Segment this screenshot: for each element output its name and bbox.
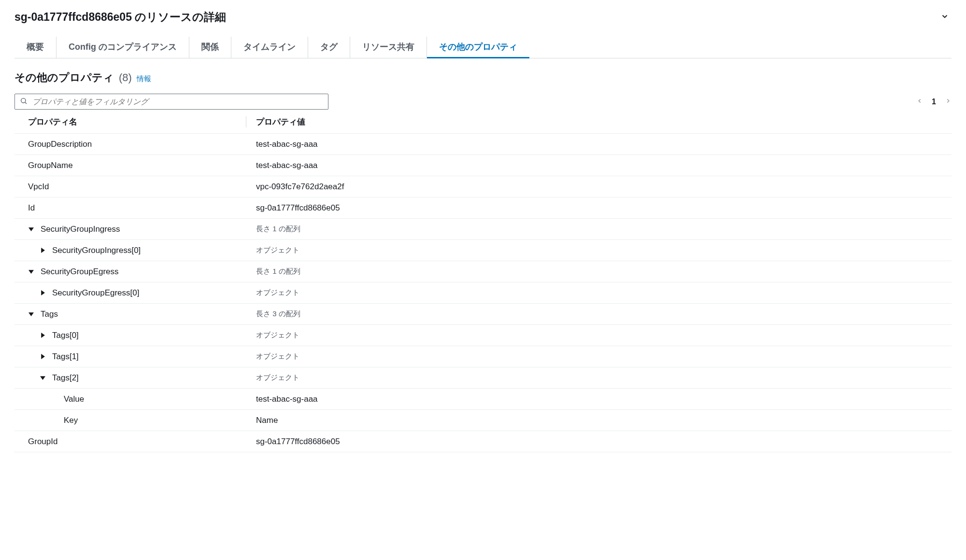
svg-marker-4 (28, 270, 34, 274)
table-row: SecurityGroupEgress[0]オブジェクト (14, 282, 952, 304)
property-name-cell: GroupId (14, 437, 246, 447)
property-name: GroupId (28, 437, 57, 447)
tab-2[interactable]: 関係 (189, 37, 231, 58)
next-page-button[interactable] (945, 98, 952, 106)
table-row: VpcIdvpc-093fc7e762d2aea2f (14, 176, 952, 197)
search-box[interactable] (14, 94, 328, 110)
property-value: sg-0a1777ffcd8686e05 (246, 203, 952, 213)
property-value: オブジェクト (246, 352, 952, 361)
tab-0[interactable]: 概要 (14, 37, 57, 58)
caret-down-icon[interactable] (40, 375, 45, 381)
table-row: SecurityGroupEgress長さ 1 の配列 (14, 261, 952, 282)
property-value: オブジェクト (246, 373, 952, 382)
property-value: オブジェクト (246, 331, 952, 340)
property-name: Key (64, 416, 78, 425)
caret-down-icon[interactable] (28, 269, 34, 275)
tab-1[interactable]: Config のコンプライアンス (57, 37, 189, 58)
property-name-cell: Tags (14, 309, 246, 319)
page-title: sg-0a1777ffcd8686e05 のリソースの詳細 (14, 10, 226, 25)
tab-3[interactable]: タイムライン (231, 37, 308, 58)
table-row: GroupIdsg-0a1777ffcd8686e05 (14, 431, 952, 452)
property-name: SecurityGroupIngress (41, 224, 120, 234)
property-value: オブジェクト (246, 288, 952, 297)
pagination: 1 (916, 98, 952, 106)
column-resize-handle[interactable] (246, 116, 246, 127)
property-name-cell: Tags[2] (14, 373, 246, 383)
property-value: vpc-093fc7e762d2aea2f (246, 182, 952, 192)
property-name-cell: GroupName (14, 161, 246, 170)
tab-5[interactable]: リソース共有 (350, 37, 427, 58)
caret-right-icon[interactable] (40, 290, 45, 296)
caret-right-icon[interactable] (40, 354, 45, 360)
property-name: Tags[2] (52, 373, 79, 383)
svg-line-1 (25, 102, 27, 104)
collapse-panel-icon[interactable] (938, 10, 952, 25)
property-value: test-abac-sg-aaa (246, 394, 952, 404)
property-value: オブジェクト (246, 246, 952, 255)
svg-marker-2 (28, 227, 34, 231)
svg-marker-3 (41, 248, 45, 253)
column-header-value[interactable]: プロパティ値 (246, 116, 952, 127)
svg-marker-6 (28, 312, 34, 316)
property-value: 長さ 1 の配列 (246, 267, 952, 276)
property-value: 長さ 3 の配列 (246, 309, 952, 319)
table-row: GroupDescriptiontest-abac-sg-aaa (14, 134, 952, 155)
property-name: GroupName (28, 161, 73, 170)
prev-page-button[interactable] (916, 98, 923, 106)
caret-down-icon[interactable] (28, 311, 34, 317)
section-count: (8) (119, 71, 132, 84)
property-name-cell: Tags[1] (14, 352, 246, 362)
table-row: Tags長さ 3 の配列 (14, 304, 952, 325)
property-name: Value (64, 394, 84, 404)
table-row: Tags[1]オブジェクト (14, 346, 952, 367)
property-name-cell: SecurityGroupEgress (14, 267, 246, 277)
caret-right-icon[interactable] (40, 248, 45, 253)
caret-down-icon[interactable] (28, 226, 34, 232)
svg-marker-8 (41, 354, 45, 359)
property-name: VpcId (28, 182, 49, 192)
property-name-cell: SecurityGroupIngress[0] (14, 246, 246, 255)
tab-6[interactable]: その他のプロパティ (427, 37, 529, 58)
property-name: Tags[0] (52, 331, 79, 340)
search-input[interactable] (32, 98, 323, 106)
property-name: SecurityGroupEgress[0] (52, 288, 139, 298)
table-row: Tags[2]オブジェクト (14, 367, 952, 389)
table-row: Valuetest-abac-sg-aaa (14, 389, 952, 410)
column-header-name[interactable]: プロパティ名 (14, 116, 246, 127)
table-row: GroupNametest-abac-sg-aaa (14, 155, 952, 176)
properties-table: プロパティ名 プロパティ値 GroupDescriptiontest-abac-… (14, 111, 952, 452)
property-value: test-abac-sg-aaa (246, 161, 952, 170)
svg-marker-5 (41, 290, 45, 295)
property-name: Tags (41, 309, 58, 319)
table-row: KeyName (14, 410, 952, 431)
property-name: Id (28, 203, 35, 213)
property-name-cell: Value (14, 394, 246, 404)
table-row: Idsg-0a1777ffcd8686e05 (14, 197, 952, 219)
table-row: SecurityGroupIngress長さ 1 の配列 (14, 219, 952, 240)
property-name-cell: SecurityGroupIngress (14, 224, 246, 234)
property-name-cell: SecurityGroupEgress[0] (14, 288, 246, 298)
svg-point-0 (21, 98, 26, 103)
property-name: Tags[1] (52, 352, 79, 362)
info-link[interactable]: 情報 (137, 74, 151, 84)
table-header: プロパティ名 プロパティ値 (14, 111, 952, 134)
svg-marker-9 (40, 376, 45, 380)
svg-marker-7 (41, 333, 45, 338)
search-icon (20, 97, 28, 106)
section-title: その他のプロパティ (14, 70, 114, 85)
table-row: SecurityGroupIngress[0]オブジェクト (14, 240, 952, 261)
tabs: 概要Config のコンプライアンス関係タイムラインタグリソース共有その他のプロ… (14, 37, 952, 58)
property-value: sg-0a1777ffcd8686e05 (246, 437, 952, 447)
page-number: 1 (932, 98, 936, 106)
property-name-cell: Key (14, 416, 246, 425)
property-name: SecurityGroupIngress[0] (52, 246, 141, 255)
property-value: Name (246, 416, 952, 425)
property-name: GroupDescription (28, 140, 92, 149)
property-value: 長さ 1 の配列 (246, 224, 952, 234)
property-name-cell: VpcId (14, 182, 246, 192)
tab-4[interactable]: タグ (308, 37, 350, 58)
caret-right-icon[interactable] (40, 333, 45, 338)
property-value: test-abac-sg-aaa (246, 140, 952, 149)
property-name: SecurityGroupEgress (41, 267, 119, 277)
property-name-cell: Id (14, 203, 246, 213)
